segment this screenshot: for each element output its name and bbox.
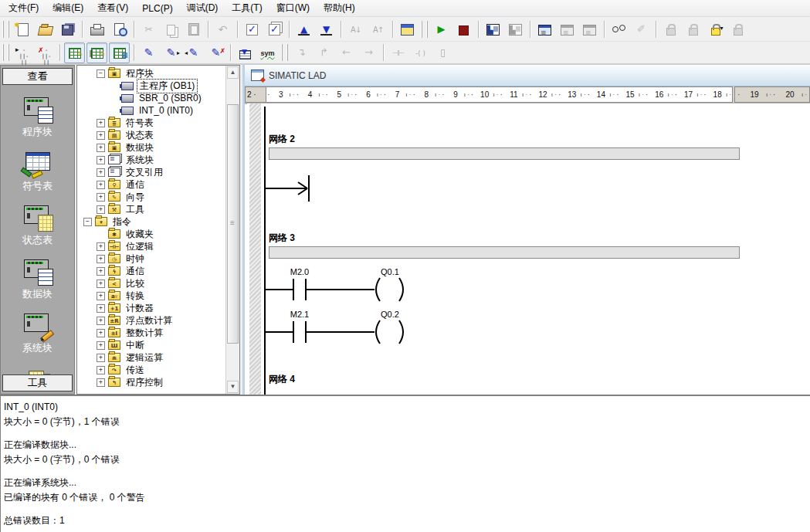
expand-plus-icon[interactable]: + [97, 119, 105, 127]
expand-plus-icon[interactable]: + [97, 131, 105, 140]
tree-item[interactable]: +Ш中断 [77, 339, 226, 351]
expand-plus-icon[interactable]: + [97, 317, 105, 325]
tree-item[interactable]: +<比较 [77, 277, 226, 290]
upload-button[interactable] [293, 19, 314, 39]
output-window[interactable]: INT_0 (INT0)块大小 = 0 (字节)，1 个错误正在编译数据块...… [0, 395, 810, 532]
tree-item[interactable]: +±I整数计算 [77, 327, 226, 339]
expand-plus-icon[interactable]: + [97, 304, 105, 313]
options-button[interactable] [397, 19, 418, 39]
expand-plus-icon[interactable]: + [97, 378, 105, 387]
toolbar-grip[interactable] [2, 44, 9, 61]
navigation-bar-footer-tools[interactable]: 工具 [2, 374, 73, 391]
toggle-network-comments-button[interactable] [86, 42, 107, 63]
scrollbar-thumb[interactable] [227, 104, 239, 344]
expand-plus-icon[interactable]: + [97, 354, 105, 362]
open-project-button[interactable] [35, 19, 56, 39]
toggle-bookmark-button[interactable] [138, 42, 159, 63]
network-3-rung-2[interactable]: M2.1 Q0.2 [265, 310, 403, 344]
expand-plus-icon[interactable]: + [97, 193, 105, 202]
menu-item-tools[interactable]: 工具(T) [225, 0, 269, 16]
toggle-symbol-info-table-button[interactable] [109, 42, 130, 63]
sidebar-item-symbol-table[interactable]: 符号表 [1, 150, 74, 193]
expand-plus-icon[interactable]: + [97, 255, 105, 263]
tree-item[interactable]: +⚲通信 [77, 178, 226, 191]
tree-item[interactable]: +↰程序控制 [77, 376, 226, 388]
tree-item[interactable]: SBR_0 (SBR0) [77, 92, 226, 104]
previous-bookmark-button[interactable] [183, 42, 204, 63]
compile-all-button[interactable] [264, 19, 285, 39]
compile-button[interactable] [242, 19, 263, 39]
toolbar-grip[interactable] [2, 21, 9, 38]
network-2-jump-element[interactable] [265, 175, 309, 202]
new-project-button[interactable] [12, 19, 33, 39]
delete-network-button[interactable] [35, 42, 56, 63]
apply-all-symbols-button[interactable] [235, 42, 256, 63]
tree-item[interactable]: +⚒工具 [77, 203, 226, 215]
expand-plus-icon[interactable]: + [97, 280, 105, 288]
scroll-up-arrow-icon[interactable]: ▲ [227, 66, 239, 79]
clear-all-bookmarks-button[interactable] [205, 42, 226, 63]
expand-plus-icon[interactable]: + [97, 267, 105, 276]
save-all-button[interactable] [57, 19, 78, 39]
contact-operand[interactable]: M2.1 [290, 310, 309, 319]
tree-item[interactable]: +≣符号表 [77, 117, 226, 129]
ladder-editor[interactable]: 网络 2 网络 3 网络 4 [247, 103, 810, 395]
expand-plus-icon[interactable]: + [97, 366, 105, 374]
menu-item-window[interactable]: 窗口(W) [269, 0, 317, 16]
tree-item[interactable]: 主程序 (OB1) [77, 80, 226, 92]
tree-item[interactable]: +交叉引用 [77, 166, 226, 178]
tree-item[interactable]: +↷传送 [77, 364, 226, 376]
sidebar-item-system-block[interactable]: 系统块 [1, 312, 74, 355]
tree-item[interactable]: +◷时钟 [77, 252, 226, 265]
tree-item[interactable]: +▣数据块 [77, 141, 226, 154]
navigation-bar-header[interactable]: 查看 [2, 68, 73, 85]
contact-operand[interactable]: M2.0 [290, 267, 309, 276]
tree-item[interactable]: INT_0 (INT0) [77, 104, 226, 117]
tree-vertical-scrollbar[interactable]: ▲ ▼ [225, 66, 239, 394]
next-bookmark-button[interactable] [161, 42, 181, 63]
tree-item[interactable]: +⋒逻辑运算 [77, 351, 226, 364]
expand-plus-icon[interactable]: + [97, 168, 105, 177]
run-mode-button[interactable] [431, 19, 452, 39]
print-button[interactable] [86, 19, 107, 39]
force-yellow-lock-button[interactable] [705, 19, 726, 39]
write-values-button[interactable] [608, 19, 629, 39]
expand-plus-icon[interactable]: + [97, 205, 105, 214]
expand-plus-icon[interactable]: + [97, 181, 105, 189]
sidebar-item-program-block[interactable]: 程序块 [1, 96, 74, 139]
chart-status-button[interactable] [534, 19, 555, 39]
symbolic-addressing-button[interactable] [257, 42, 278, 63]
expand-plus-icon[interactable]: + [97, 292, 105, 300]
coil-operand[interactable]: Q0.2 [381, 310, 399, 319]
scroll-down-arrow-icon[interactable]: ▼ [227, 381, 239, 393]
expand-plus-icon[interactable]: + [97, 156, 105, 164]
tree-item[interactable]: ✱收藏夹 [77, 228, 226, 240]
menu-item-file[interactable]: 文件(F) [2, 0, 46, 16]
sidebar-item-data-block[interactable]: 数据块 [1, 258, 74, 301]
tree-item[interactable]: +a▿转换 [77, 290, 226, 302]
tree-item[interactable]: +±R浮点数计算 [77, 314, 226, 327]
toolbar-grip[interactable] [281, 44, 288, 61]
tree-item[interactable]: +系统块 [77, 154, 226, 166]
coil-operand[interactable]: Q0.1 [381, 267, 399, 276]
collapse-minus-icon[interactable]: − [97, 69, 105, 78]
tree-item[interactable]: −▾指令 [77, 215, 226, 228]
collapse-minus-icon[interactable]: − [83, 218, 92, 226]
print-preview-button[interactable] [109, 19, 130, 39]
insert-network-button[interactable] [12, 42, 33, 63]
tree-item[interactable]: ++1计数器 [77, 302, 226, 314]
toolbar-grip[interactable] [421, 21, 428, 38]
menu-item-plc[interactable]: PLC(P) [135, 2, 179, 15]
expand-plus-icon[interactable]: + [97, 144, 105, 152]
menu-item-help[interactable]: 帮助(H) [317, 0, 362, 16]
menu-item-view[interactable]: 查看(V) [90, 0, 135, 16]
menu-item-edit[interactable]: 编辑(E) [46, 0, 90, 16]
menu-item-debug[interactable]: 调试(D) [180, 0, 225, 16]
expand-plus-icon[interactable]: + [97, 242, 105, 251]
sidebar-item-status-chart[interactable]: 状态表 [1, 204, 74, 247]
lad-title-bar[interactable]: SIMATIC LAD [245, 65, 810, 86]
tree-item[interactable]: +⊣⊢位逻辑 [77, 240, 226, 252]
tree-item[interactable]: +✎向导 [77, 191, 226, 203]
toggle-pou-comments-button[interactable] [64, 42, 85, 63]
expand-plus-icon[interactable]: + [97, 341, 105, 350]
